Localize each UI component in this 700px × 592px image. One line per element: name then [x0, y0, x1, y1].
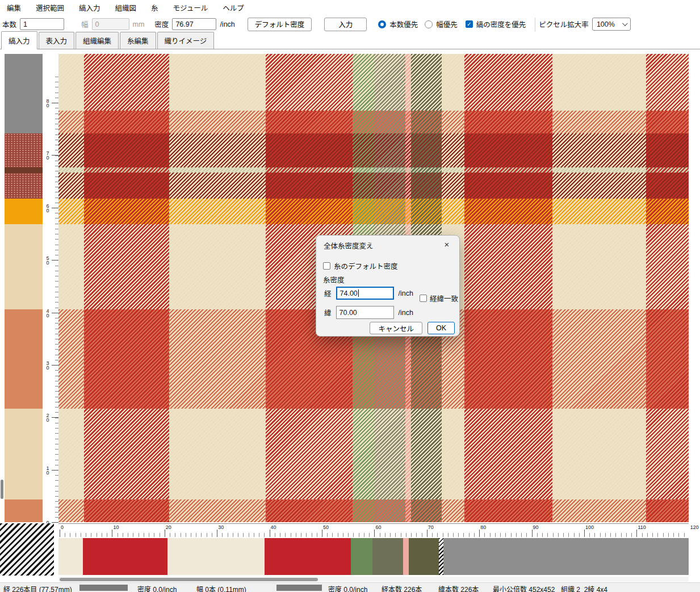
- warp-density-input[interactable]: 74.00: [336, 287, 394, 300]
- ruler-label: 110: [638, 524, 645, 530]
- ruler-label: 90: [533, 524, 539, 530]
- menu-item-2[interactable]: 縞入力: [79, 2, 100, 13]
- cancel-button[interactable]: キャンセル: [370, 322, 422, 334]
- status-density-right: 密度 0.0/inch: [328, 584, 367, 592]
- close-icon: ×: [445, 240, 450, 249]
- menu-item-5[interactable]: モジュール: [173, 2, 208, 13]
- ruler-label: 80: [480, 524, 486, 530]
- weft-thread-segment[interactable]: [5, 133, 43, 167]
- thread-density-group-label: 糸密度: [323, 274, 345, 285]
- status-density-left: 密度 0.0/inch: [137, 584, 177, 592]
- weft-thread-segment[interactable]: [5, 173, 43, 199]
- stripe-density-checkbox[interactable]: [466, 20, 473, 28]
- count-value: 1: [23, 20, 27, 28]
- menu-bar: 編集選択範囲縞入力組織図糸モジュールヘルプ: [0, 0, 700, 15]
- weft-band: [58, 499, 689, 522]
- ruler-label: 100: [585, 524, 594, 530]
- warp-thread-segment[interactable]: [439, 538, 443, 575]
- density-input[interactable]: 76.97: [172, 18, 216, 30]
- ok-button[interactable]: OK: [427, 322, 455, 334]
- ruler-label: 40: [45, 308, 51, 317]
- weft-thread-segment[interactable]: [5, 54, 43, 133]
- menu-item-0[interactable]: 編集: [7, 2, 21, 13]
- pixel-zoom-select[interactable]: 100%: [592, 18, 631, 31]
- default-density-button[interactable]: デフォルト密度: [248, 18, 312, 31]
- dialog-title: 全体糸密度変え: [324, 240, 374, 251]
- weft-color-strip[interactable]: [5, 54, 43, 522]
- ruler-label: 50: [45, 255, 51, 264]
- tab-2[interactable]: 組織編集: [76, 32, 119, 49]
- stripe-density-label: 縞の密度を優先: [476, 19, 526, 30]
- weft-thread-segment[interactable]: [5, 409, 43, 499]
- weft-band: [58, 199, 689, 224]
- warp-color-strip[interactable]: [58, 538, 689, 575]
- density-dialog: 全体糸密度変え × 糸のデフォルト密度 糸密度 経 74.00 /inch 経緯…: [316, 235, 460, 337]
- ruler-label: 0: [61, 524, 64, 530]
- width-unit-label: mm: [133, 20, 145, 28]
- weft-thread-segment[interactable]: [5, 309, 43, 409]
- tab-0[interactable]: 縞入力: [1, 31, 37, 49]
- pixel-zoom-label: ピクセル拡大率: [539, 19, 589, 30]
- warp-thread-segment[interactable]: [443, 538, 689, 575]
- weft-band: [58, 54, 689, 111]
- toolbar: 本数 1 幅 0 mm 密度 76.97 /inch デフォルト密度 入力 本数…: [0, 15, 700, 33]
- status-warp-count: 経本数 226本: [382, 584, 422, 592]
- ruler-label: 50: [323, 524, 329, 530]
- warp-thread-segment[interactable]: [403, 538, 409, 575]
- menu-item-1[interactable]: 選択範囲: [36, 2, 64, 13]
- count-priority-label: 本数優先: [389, 19, 418, 30]
- warp-thread-segment[interactable]: [372, 538, 403, 575]
- weft-unit-label: /inch: [399, 309, 413, 317]
- weft-thread-segment[interactable]: [5, 199, 43, 224]
- tab-1[interactable]: 表入力: [39, 32, 75, 49]
- ruler-label: 60: [45, 203, 51, 212]
- warp-thread-segment[interactable]: [351, 538, 372, 575]
- warp-density-value: 74.00: [340, 289, 358, 297]
- text-caret: [358, 289, 359, 297]
- status-bar: 経 226本目 (77.57mm) 密度 0.0/inch 幅 0本 (0.11…: [0, 582, 700, 592]
- tab-4[interactable]: 織りイメージ: [157, 32, 215, 49]
- width-priority-radio[interactable]: [425, 20, 433, 28]
- count-label: 本数: [2, 19, 16, 30]
- vertical-scrollbar-thumb[interactable]: [1, 480, 3, 499]
- warp-thread-segment[interactable]: [83, 538, 167, 575]
- weft-density-input[interactable]: 70.00: [336, 306, 394, 319]
- menu-item-6[interactable]: ヘルプ: [223, 2, 244, 13]
- density-unit-label: /inch: [220, 20, 234, 28]
- count-input[interactable]: 1: [20, 18, 64, 30]
- status-weft-count: 緯本数 226本: [438, 584, 479, 592]
- toolbar-divider: [535, 18, 535, 31]
- status-lcm: 最小公倍数 452x452: [493, 584, 555, 592]
- warp-thread-segment[interactable]: [409, 538, 439, 575]
- warp-label: 経: [324, 288, 332, 299]
- input-button[interactable]: 入力: [324, 18, 367, 31]
- horizontal-scrollbar[interactable]: [58, 577, 689, 582]
- ruler-label: 120: [690, 524, 699, 530]
- menu-item-3[interactable]: 組織図: [115, 2, 137, 13]
- count-priority-radio[interactable]: [378, 20, 386, 28]
- weft-thread-segment[interactable]: [5, 167, 43, 173]
- default-density-checkbox[interactable]: [323, 262, 330, 270]
- warp-thread-segment[interactable]: [58, 538, 83, 575]
- horizontal-ruler-major-ticks: [60, 530, 689, 537]
- menu-item-4[interactable]: 糸: [151, 2, 158, 13]
- status-warp-position: 経 226本目 (77.57mm): [3, 584, 72, 592]
- close-button[interactable]: ×: [437, 237, 456, 251]
- match-checkbox-label: 経緯一致: [430, 293, 458, 304]
- horizontal-scrollbar-thumb[interactable]: [60, 578, 318, 581]
- match-checkbox[interactable]: [420, 295, 427, 302]
- weft-thread-segment[interactable]: [5, 224, 43, 309]
- width-priority-label: 幅優先: [436, 19, 458, 30]
- width-label: 幅: [81, 19, 89, 30]
- weft-band: [58, 409, 689, 499]
- weft-thread-segment[interactable]: [5, 499, 43, 522]
- warp-thread-segment[interactable]: [167, 538, 265, 575]
- tab-3[interactable]: 糸編集: [120, 32, 156, 49]
- warp-thread-segment[interactable]: [265, 538, 351, 575]
- chevron-down-icon: [622, 20, 628, 26]
- weft-band: [58, 167, 689, 173]
- ruler-label: 30: [45, 360, 51, 370]
- vertical-ruler: 80706050403020100: [43, 54, 58, 522]
- width-value: 0: [95, 20, 99, 28]
- ruler-label: 70: [428, 524, 434, 530]
